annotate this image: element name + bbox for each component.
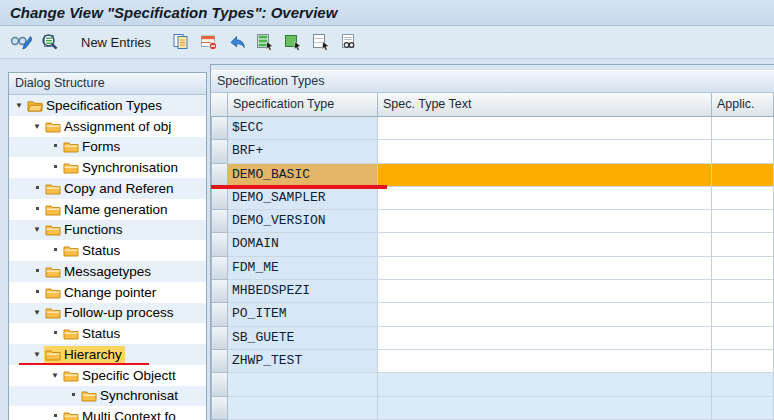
row-selector[interactable] [211, 210, 228, 233]
tree-item-content: Name generation [44, 201, 171, 218]
spec-type-text-cell[interactable] [378, 257, 712, 280]
tree-item-copy-and-referen[interactable]: Copy and Referen [9, 178, 206, 199]
spec-type-text-cell[interactable] [378, 303, 712, 326]
applic-cell[interactable] [712, 210, 774, 233]
expander-down-icon[interactable]: ▼ [12, 101, 26, 110]
spec-type-text-cell[interactable] [378, 327, 712, 350]
applic-cell[interactable] [712, 397, 774, 420]
applic-cell[interactable] [712, 187, 774, 210]
row-selector[interactable] [211, 164, 228, 187]
tree-item-functions[interactable]: ▼Functions [9, 220, 206, 241]
spec-type-text-cell[interactable] [378, 280, 712, 303]
spec-type-cell[interactable]: DEMO_VERSION [228, 210, 378, 233]
spec-type-cell[interactable] [228, 397, 378, 420]
tree-item-label: Follow-up process [64, 305, 174, 320]
expander-down-icon[interactable]: ▼ [30, 350, 44, 359]
find-button[interactable] [336, 30, 362, 54]
table-row-fdm-me: FDM_ME [211, 257, 774, 280]
application-toolbar: New Entries [0, 26, 774, 59]
expander-down-icon[interactable]: ▼ [30, 225, 44, 234]
spec-type-cell[interactable]: DEMO_SAMPLER [228, 187, 378, 210]
tree-item-hierarchy[interactable]: ▼Hierarchy [9, 344, 206, 365]
spec-type-text-cell[interactable] [378, 140, 712, 163]
tree-item-status[interactable]: Status [9, 323, 206, 344]
expander-down-icon[interactable]: ▼ [30, 122, 44, 131]
row-selector[interactable] [211, 373, 228, 396]
spec-table-body: $ECCBRF+DEMO_BASICDEMO_SAMPLERDEMO_VERSI… [211, 117, 774, 420]
row-selector[interactable] [211, 327, 228, 350]
tree-item-synchronisat[interactable]: Synchronisat [9, 386, 206, 407]
spec-type-cell[interactable]: ZHWP_TEST [228, 350, 378, 373]
tree-item-name-generation[interactable]: Name generation [9, 199, 206, 220]
expander-down-icon[interactable]: ▼ [30, 308, 44, 317]
applic-cell[interactable] [712, 257, 774, 280]
row-selector[interactable] [211, 187, 228, 210]
spec-type-cell[interactable]: DEMO_BASIC [228, 164, 378, 187]
undo-button[interactable] [224, 30, 250, 54]
spec-type-cell[interactable]: BRF+ [228, 140, 378, 163]
tree-item-messagetypes[interactable]: Messagetypes [9, 261, 206, 282]
applic-cell[interactable] [712, 140, 774, 163]
leaf-bullet-icon [54, 248, 57, 251]
row-selector[interactable] [211, 233, 228, 256]
tree-item-label: Forms [82, 139, 120, 154]
tree-item-content: Status [62, 325, 123, 342]
deselect-all-button[interactable] [308, 30, 334, 54]
spec-type-text-cell[interactable] [378, 233, 712, 256]
spec-type-cell[interactable]: DOMAIN [228, 233, 378, 256]
spec-type-text-cell[interactable] [378, 164, 712, 187]
row-selector[interactable] [211, 257, 228, 280]
tree-item-specification-types[interactable]: ▼Specification Types [9, 95, 206, 116]
spec-type-text-cell[interactable] [378, 117, 712, 140]
tree-item-change-pointer[interactable]: Change pointer [9, 282, 206, 303]
tree-item-status[interactable]: Status [9, 240, 206, 261]
tree-item-follow-up-process[interactable]: ▼Follow-up process [9, 303, 206, 324]
tree-item-forms[interactable]: Forms [9, 137, 206, 158]
row-selector[interactable] [211, 140, 228, 163]
tree-item-synchronisation[interactable]: Synchronisation [9, 157, 206, 178]
applic-cell[interactable] [712, 164, 774, 187]
spec-type-cell[interactable]: FDM_ME [228, 257, 378, 280]
select-all-button[interactable] [252, 30, 278, 54]
spec-type-text-cell[interactable] [378, 187, 712, 210]
select-block-button[interactable] [280, 30, 306, 54]
spec-type-text-cell[interactable] [378, 210, 712, 233]
spec-type-cell[interactable] [228, 373, 378, 396]
dialog-structure-header: Dialog Structure [9, 73, 206, 95]
spec-type-cell[interactable]: $ECC [228, 117, 378, 140]
tree-item-multi-context-fo[interactable]: Multi Context fo [9, 406, 206, 420]
row-selector[interactable] [211, 117, 228, 140]
row-selector[interactable] [211, 280, 228, 303]
tree-item-label: Specification Types [46, 98, 162, 113]
applic-cell[interactable] [712, 327, 774, 350]
delete-row-button[interactable] [196, 30, 222, 54]
spec-type-cell[interactable]: MHBEDSPEZI [228, 280, 378, 303]
applic-cell[interactable] [712, 373, 774, 396]
spec-type-text-cell[interactable] [378, 373, 712, 396]
applic-cell[interactable] [712, 117, 774, 140]
select-all-corner[interactable] [211, 93, 228, 117]
spec-type-text-cell[interactable] [378, 397, 712, 420]
tree-item-assignment-of-obj[interactable]: ▼Assignment of obj [9, 116, 206, 137]
spec-type-cell[interactable]: SB_GUETE [228, 327, 378, 350]
overview-button[interactable] [36, 30, 62, 54]
copy-as-button[interactable] [168, 30, 194, 54]
folder-icon [63, 140, 79, 153]
row-selector[interactable] [211, 350, 228, 373]
applic-cell[interactable] [712, 233, 774, 256]
applic-cell[interactable] [712, 280, 774, 303]
row-selector[interactable] [211, 303, 228, 326]
spec-type-text-cell[interactable] [378, 350, 712, 373]
leaf-bullet-icon [54, 165, 57, 168]
tree-indent [9, 333, 48, 334]
new-entries-button[interactable]: New Entries [72, 30, 160, 54]
tree-item-content: Specific Objectt [62, 367, 179, 384]
expander-down-icon[interactable]: ▼ [48, 371, 62, 380]
applic-cell[interactable] [712, 303, 774, 326]
row-selector[interactable] [211, 397, 228, 420]
spec-type-cell[interactable]: PO_ITEM [228, 303, 378, 326]
leaf-bullet-icon [36, 186, 39, 189]
tree-item-specific-objectt[interactable]: ▼Specific Objectt [9, 365, 206, 386]
applic-cell[interactable] [712, 350, 774, 373]
display-change-button[interactable] [8, 30, 34, 54]
